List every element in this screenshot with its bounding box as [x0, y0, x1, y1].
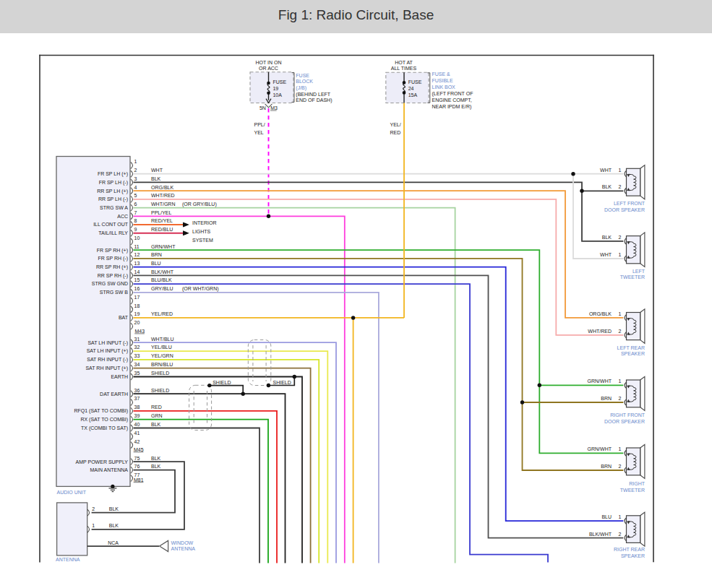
- svg-text:2: 2: [619, 329, 622, 334]
- svg-text:BLK: BLK: [151, 464, 161, 469]
- svg-text:3: 3: [134, 176, 137, 181]
- svg-text:END OF DASH): END OF DASH): [296, 98, 332, 103]
- svg-text:34: 34: [134, 362, 140, 367]
- svg-text:PPL/YEL: PPL/YEL: [151, 210, 172, 215]
- svg-text:(OR GRY/BLU): (OR GRY/BLU): [182, 202, 217, 207]
- svg-text:32: 32: [134, 345, 140, 350]
- svg-text:5N: 5N: [260, 105, 266, 111]
- svg-text:2: 2: [134, 168, 137, 173]
- svg-text:YEL/GRN: YEL/GRN: [151, 353, 173, 358]
- svg-text:SHIELD: SHIELD: [213, 380, 231, 385]
- svg-text:BLK/WHT: BLK/WHT: [151, 269, 174, 274]
- svg-text:PPL/: PPL/: [254, 122, 265, 127]
- svg-text:15: 15: [134, 277, 140, 282]
- svg-text:35: 35: [134, 371, 140, 376]
- svg-text:SAT LH INPUT (+): SAT LH INPUT (+): [87, 348, 128, 354]
- svg-text:WHT/GRN: WHT/GRN: [151, 202, 175, 207]
- svg-text:SAT RH INPUT (-): SAT RH INPUT (-): [87, 357, 128, 363]
- svg-text:BLK: BLK: [602, 184, 612, 189]
- svg-text:BLK: BLK: [109, 506, 119, 511]
- svg-text:RED: RED: [390, 130, 401, 135]
- svg-text:FR SP LH (-): FR SP LH (-): [99, 180, 128, 186]
- svg-text:39: 39: [134, 413, 140, 418]
- svg-text:33: 33: [134, 353, 140, 358]
- svg-text:ILL CONT OUT: ILL CONT OUT: [93, 222, 129, 227]
- svg-text:RX (SAT TO COMBI): RX (SAT TO COMBI): [80, 417, 128, 423]
- svg-text:LEFT: LEFT: [632, 269, 645, 274]
- svg-text:STRG SW B: STRG SW B: [100, 290, 129, 295]
- svg-text:BLK: BLK: [602, 235, 612, 240]
- svg-text:1: 1: [619, 311, 622, 316]
- svg-text:BRN: BRN: [601, 396, 612, 401]
- svg-text:AMP POWER SUPPLY: AMP POWER SUPPLY: [76, 459, 129, 464]
- svg-text:FR SP LH (+): FR SP LH (+): [98, 171, 128, 177]
- svg-text:WHT: WHT: [600, 252, 612, 257]
- svg-text:FUSE &: FUSE &: [432, 72, 451, 77]
- svg-text:1: 1: [619, 379, 622, 384]
- svg-text:BRN: BRN: [601, 464, 612, 469]
- svg-text:24: 24: [408, 86, 414, 91]
- svg-text:8: 8: [134, 218, 137, 223]
- svg-text:SAT RH INPUT (+): SAT RH INPUT (+): [85, 366, 128, 371]
- svg-text:BLK: BLK: [151, 456, 161, 461]
- svg-text:ACC: ACC: [117, 214, 128, 219]
- svg-text:1: 1: [92, 523, 95, 528]
- svg-text:YEL: YEL: [254, 130, 264, 135]
- svg-text:19: 19: [273, 86, 278, 91]
- svg-text:(J/B): (J/B): [296, 85, 306, 91]
- svg-text:6: 6: [134, 202, 137, 207]
- svg-text:75: 75: [134, 456, 140, 461]
- svg-text:9: 9: [134, 227, 137, 232]
- svg-text:FUSIBLE: FUSIBLE: [432, 78, 454, 83]
- svg-text:BLU: BLU: [601, 514, 612, 519]
- svg-text:36: 36: [134, 388, 140, 393]
- svg-text:SPEAKER: SPEAKER: [621, 351, 645, 356]
- svg-text:WHT/RED: WHT/RED: [151, 193, 175, 198]
- svg-text:SYSTEM: SYSTEM: [192, 238, 213, 243]
- svg-text:ENGINE COMPT,: ENGINE COMPT,: [432, 98, 472, 103]
- svg-text:LINK BOX: LINK BOX: [432, 85, 456, 90]
- svg-text:M43: M43: [135, 329, 145, 334]
- svg-text:LEFT REAR: LEFT REAR: [617, 345, 645, 350]
- svg-text:SAT LH INPUT (-): SAT LH INPUT (-): [87, 340, 128, 346]
- svg-text:GRN/WHT: GRN/WHT: [588, 446, 612, 451]
- svg-text:LEFT FRONT: LEFT FRONT: [614, 201, 645, 206]
- svg-text:5: 5: [134, 193, 137, 198]
- svg-text:2: 2: [619, 396, 622, 401]
- svg-text:SPEAKER: SPEAKER: [621, 553, 645, 558]
- svg-text:GRN: GRN: [151, 413, 163, 418]
- svg-text:RED: RED: [151, 405, 162, 410]
- svg-text:DOOR SPEAKER: DOOR SPEAKER: [604, 207, 645, 212]
- svg-text:WHT: WHT: [151, 168, 163, 173]
- svg-text:37: 37: [134, 396, 140, 401]
- svg-text:NEAR IPDM E/R): NEAR IPDM E/R): [432, 104, 472, 110]
- svg-text:BRN: BRN: [151, 252, 162, 257]
- svg-text:RIGHT REAR: RIGHT REAR: [614, 547, 645, 552]
- svg-text:16: 16: [134, 286, 140, 291]
- svg-text:RR SP RH (+): RR SP RH (+): [96, 264, 128, 270]
- svg-text:LIGHTS: LIGHTS: [192, 229, 211, 234]
- svg-text:INTERIOR: INTERIOR: [192, 220, 216, 225]
- svg-text:4: 4: [134, 185, 137, 190]
- svg-text:WHT: WHT: [600, 168, 612, 173]
- svg-text:YEL/RED: YEL/RED: [151, 311, 173, 316]
- svg-text:ANTENNA: ANTENNA: [56, 557, 80, 562]
- svg-text:EARTH: EARTH: [111, 374, 128, 379]
- svg-text:TAIL/ILL RLY: TAIL/ILL RLY: [98, 230, 128, 235]
- svg-text:WHT/RED: WHT/RED: [588, 329, 612, 334]
- svg-text:RR SP LH (-): RR SP LH (-): [98, 196, 128, 202]
- svg-text:(OR WHT/GRN): (OR WHT/GRN): [182, 286, 219, 292]
- svg-text:ANTENNA: ANTENNA: [171, 546, 196, 551]
- svg-text:14: 14: [134, 269, 140, 274]
- svg-text:2: 2: [619, 532, 622, 537]
- svg-text:DOOR SPEAKER: DOOR SPEAKER: [604, 419, 645, 424]
- svg-text:7: 7: [134, 210, 137, 215]
- svg-text:HOT IN ON: HOT IN ON: [255, 60, 281, 65]
- svg-text:SHIELD: SHIELD: [273, 380, 291, 385]
- svg-text:YEL/BLU: YEL/BLU: [151, 345, 172, 350]
- svg-text:12: 12: [134, 252, 140, 257]
- svg-text:2: 2: [92, 506, 95, 511]
- svg-text:17: 17: [134, 295, 140, 300]
- svg-text:15A: 15A: [408, 92, 418, 98]
- svg-text:1: 1: [619, 168, 622, 173]
